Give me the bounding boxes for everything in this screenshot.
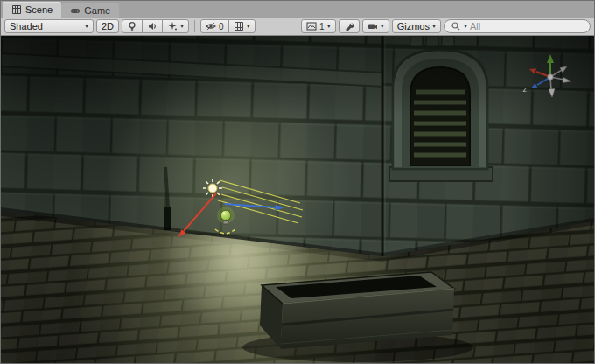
scene-search-field[interactable]: ▾ — [444, 19, 591, 33]
wrench-icon — [344, 21, 354, 32]
eye-icon — [206, 21, 216, 32]
scene-view-window: Scene Game Shaded ▾ 2D — [0, 0, 595, 364]
component-tools-button[interactable] — [339, 19, 360, 33]
tab-scene[interactable]: Scene — [3, 2, 61, 18]
camera-preview-dropdown[interactable]: 1 ▾ — [301, 19, 336, 33]
hidden-object-count: 0 — [219, 22, 224, 32]
magnifier-icon — [451, 21, 461, 32]
image-icon — [306, 21, 317, 32]
chevron-down-icon: ▾ — [327, 23, 331, 30]
chevron-down-icon: ▾ — [381, 23, 384, 30]
speaker-icon — [147, 21, 158, 32]
chevron-down-icon: ▾ — [247, 23, 250, 30]
gizmos-label: Gizmos — [397, 21, 430, 32]
scene-render: z — [1, 36, 594, 363]
grid-icon — [234, 21, 244, 32]
sparkle-icon — [167, 21, 178, 32]
tab-bar: Scene Game — [1, 1, 594, 18]
chevron-down-icon: ▾ — [464, 23, 467, 30]
scene-toolbar: Shaded ▾ 2D ▾ — [1, 18, 594, 36]
toolbar-right-cluster: 1 ▾ ▾ Gizmos ▾ ▾ — [301, 19, 591, 33]
scene-viewport[interactable]: z — [1, 36, 594, 363]
2d-toggle-button[interactable]: 2D — [96, 19, 119, 33]
camera-icon — [368, 21, 378, 32]
tab-scene-label: Scene — [25, 4, 52, 15]
scene-tab-icon — [11, 4, 22, 15]
scene-lighting-toggle[interactable] — [122, 19, 143, 33]
tab-game-label: Game — [84, 5, 110, 16]
lightbulb-icon — [127, 21, 137, 32]
search-input[interactable] — [470, 21, 584, 32]
audio-toggle-button[interactable] — [142, 19, 163, 33]
shading-mode-dropdown[interactable]: Shaded ▾ — [4, 19, 94, 33]
scene-visibility-button[interactable]: 0 — [200, 19, 229, 33]
gizmos-dropdown[interactable]: Gizmos ▾ — [392, 19, 441, 33]
chevron-down-icon: ▾ — [180, 23, 184, 30]
scene-toggles-group: ▾ — [122, 19, 189, 33]
grid-visibility-dropdown[interactable]: ▾ — [228, 19, 256, 33]
camera-preview-count: 1 — [319, 22, 325, 32]
vignette-overlay — [1, 36, 594, 363]
tab-game[interactable]: Game — [61, 3, 119, 18]
game-tab-icon — [70, 5, 80, 16]
chevron-down-icon: ▾ — [432, 23, 436, 30]
shading-mode-label: Shaded — [10, 21, 43, 32]
chevron-down-icon: ▾ — [85, 23, 88, 30]
toolbar-separator — [194, 20, 195, 32]
camera-settings-dropdown[interactable]: ▾ — [362, 19, 389, 33]
visibility-grid-group: 0 ▾ — [200, 19, 256, 33]
effects-dropdown[interactable]: ▾ — [162, 19, 189, 33]
